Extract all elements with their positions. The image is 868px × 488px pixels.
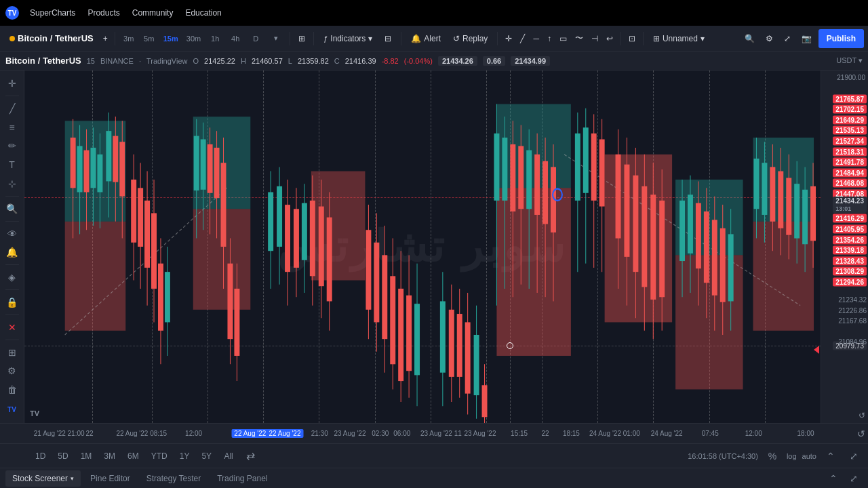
ruler-tool[interactable]: ⊣ [588, 29, 601, 48]
ask-badge: 21434.99 [511, 56, 550, 66]
tf-3m[interactable]: 3m [119, 30, 138, 47]
period-3m[interactable]: 3M [98, 447, 121, 465]
h-line-tool[interactable]: ≡ [3, 119, 22, 136]
time-axis-refresh[interactable]: ↺ [857, 428, 865, 439]
current-price-badge: 21434.26 [438, 56, 477, 66]
info-bar: Bitcoin / TetherUS 15 BINANCE · TradingV… [0, 52, 868, 70]
svg-rect-45 [201, 140, 206, 190]
trash-tool[interactable]: 🗑 [3, 381, 22, 399]
line-tool[interactable]: ╱ [517, 29, 528, 48]
period-1y[interactable]: 1Y [174, 447, 195, 465]
nav-education[interactable]: Education [180, 3, 226, 22]
tf-15m[interactable]: 15m [160, 30, 182, 47]
period-1m[interactable]: 1M [75, 447, 98, 465]
time-info: 16:01:58 (UTC+4:30) [688, 452, 758, 460]
time-label-18: 12:00 [745, 430, 762, 437]
chart-canvas[interactable]: سوبر تشارتس [24, 70, 821, 423]
period-all[interactable]: All [218, 447, 239, 465]
percent-btn[interactable]: % [764, 447, 781, 465]
arrow-tool[interactable]: ↑ [544, 29, 555, 48]
svg-rect-83 [406, 296, 412, 371]
svg-rect-55 [234, 289, 239, 356]
lock-tool[interactable]: 🔒 [3, 293, 22, 311]
source-label: · [139, 57, 141, 65]
price-label-17: 21308.29 [833, 267, 867, 276]
tab-stock-screener[interactable]: Stock Screener ▾ [5, 470, 81, 487]
tv-watermark: TV [3, 400, 22, 419]
replay-btn[interactable]: ↺ Replay [448, 29, 493, 48]
screenshot-btn[interactable]: 📷 [797, 29, 816, 48]
publish-btn[interactable]: Publish [818, 29, 864, 48]
period-5y[interactable]: 5Y [196, 447, 217, 465]
logo[interactable]: TV [5, 6, 19, 20]
period-6m[interactable]: 6M [122, 447, 144, 465]
templates-icon: ⊟ [384, 34, 391, 43]
tab-pine-editor[interactable]: Pine Editor [83, 470, 137, 487]
compare-btn[interactable]: ⇄ [240, 447, 260, 465]
symbol-button[interactable]: Bitcoin / TetherUS [4, 29, 99, 48]
cursor-tool[interactable]: ✛ [502, 29, 515, 48]
add-symbol-button[interactable]: + [100, 29, 111, 48]
nav-community[interactable]: Community [127, 3, 179, 22]
chart-canvas-area[interactable]: سوبر تشارتس [24, 70, 821, 423]
svg-rect-31 [131, 180, 136, 243]
crosshair-tool[interactable]: ✛ [3, 75, 22, 92]
tf-more[interactable]: ▾ [267, 30, 285, 47]
auto-label: auto [802, 452, 816, 460]
alerts-tool[interactable]: 🔔 [3, 244, 22, 262]
rect-tool[interactable]: ▭ [556, 29, 570, 48]
period-1d[interactable]: 1D [30, 447, 51, 465]
svg-rect-87 [440, 301, 446, 372]
tab-strategy-tester[interactable]: Strategy Tester [140, 470, 208, 487]
undo-btn[interactable]: ↩ [603, 29, 616, 48]
svg-rect-134 [659, 201, 665, 297]
tf-5m[interactable]: 5m [140, 30, 159, 47]
unnamed-btn[interactable]: ⊞ Unnamed ▾ [648, 29, 710, 48]
text-tool[interactable]: T [3, 156, 22, 174]
trend-line-tool[interactable]: ╱ [3, 100, 22, 117]
watchlist-tool[interactable]: 👁 [3, 225, 22, 243]
draw-tool[interactable]: ✏ [3, 137, 22, 155]
chart-type-btn[interactable]: ⊞ [294, 29, 309, 48]
more-tools-btn[interactable]: ⊡ [625, 29, 639, 48]
tool-sep-7 [5, 340, 19, 340]
bottom-collapse-btn[interactable]: ⌃ [825, 470, 842, 487]
brush-tool[interactable]: ◈ [3, 268, 22, 286]
hline-tool[interactable]: ─ [530, 29, 542, 48]
indicators-btn[interactable]: ƒ Indicators ▾ [318, 29, 378, 48]
stock-screener-chevron: ▾ [71, 475, 74, 482]
period-bar: 1D 5D 1M 3M 6M YTD 1Y 5Y All ⇄ 16:01:58 … [0, 443, 868, 468]
tf-1h[interactable]: 1h [205, 30, 224, 47]
bottom-expand-btn[interactable]: ⤢ [845, 470, 863, 487]
wave-tool[interactable]: 〜 [572, 29, 587, 48]
price-scale-refresh[interactable]: ↺ [859, 411, 865, 420]
period-5d[interactable]: 5D [52, 447, 73, 465]
nav-supercharts[interactable]: SuperCharts [24, 3, 81, 22]
settings-tool[interactable]: ⚙ [3, 362, 22, 380]
time-label-5: 22 Aug '22 [267, 429, 304, 438]
tf-30m[interactable]: 30m [183, 30, 204, 47]
collapse-btn[interactable]: ⌃ [822, 447, 840, 465]
svg-rect-39 [158, 264, 163, 331]
svg-rect-150 [754, 159, 760, 209]
svg-rect-120 [591, 134, 597, 201]
eraser-tool[interactable]: ✕ [3, 319, 22, 336]
search-btn[interactable]: 🔍 [741, 29, 759, 48]
alert-btn[interactable]: 🔔 Alert [406, 29, 446, 48]
expand-btn[interactable]: ⤢ [845, 447, 863, 465]
measure-tool[interactable]: ⊹ [3, 175, 22, 192]
tf-d[interactable]: D [246, 30, 265, 47]
period-ytd[interactable]: YTD [146, 447, 173, 465]
settings-btn[interactable]: ⚙ [762, 29, 777, 48]
new-chart-tool[interactable]: ⊞ [3, 344, 22, 361]
time-label-6: 21:30 [311, 430, 328, 437]
templates-btn[interactable]: ⊟ [379, 29, 397, 48]
fullscreen-btn[interactable]: ⤢ [780, 29, 795, 48]
price-label-4: 21535.13 [833, 126, 867, 135]
nav-products[interactable]: Products [82, 3, 125, 22]
tab-trading-panel[interactable]: Trading Panel [210, 470, 274, 487]
zoom-in-tool[interactable]: 🔍 [3, 200, 22, 218]
tf-4h[interactable]: 4h [226, 30, 245, 47]
plus-icon: + [103, 34, 108, 43]
time-label-15: 24 Aug '22 01:00 [589, 430, 640, 437]
